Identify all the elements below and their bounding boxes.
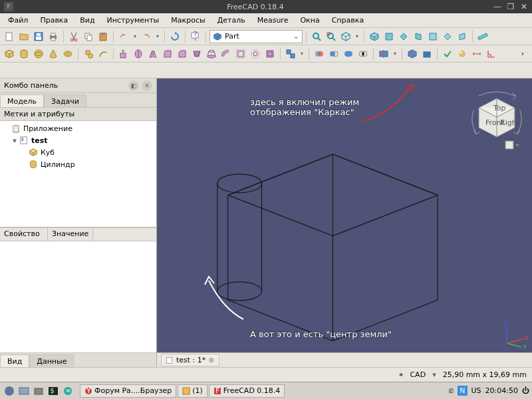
extrude-icon[interactable] <box>117 47 130 61</box>
mirror-icon[interactable] <box>146 47 160 61</box>
maximize-button[interactable]: ❐ <box>507 3 515 11</box>
redo-dropdown[interactable]: ▾ <box>154 30 161 43</box>
refresh-icon[interactable] <box>168 30 182 43</box>
thickness-icon[interactable] <box>263 47 277 61</box>
tray-lang[interactable]: US <box>471 386 481 395</box>
terminal-icon[interactable]: $ <box>47 384 60 398</box>
print-icon[interactable] <box>47 30 60 43</box>
offset2d-icon[interactable] <box>249 47 262 61</box>
3d-viewport[interactable]: здесь я включил режим отображения "Карка… <box>157 78 532 352</box>
draw-style-dropdown[interactable]: ▾ <box>354 30 360 43</box>
taskbar-browser[interactable]: YФорум Ра....Браузер <box>80 384 176 398</box>
undo-icon[interactable] <box>117 30 130 43</box>
view-left-icon[interactable] <box>456 30 469 43</box>
sphere-icon[interactable] <box>32 47 45 61</box>
cross-section-icon[interactable] <box>420 47 434 61</box>
loft-icon[interactable] <box>205 47 218 61</box>
tree-document[interactable]: ▾test <box>1 134 155 146</box>
taskbar-app2[interactable]: (1) <box>178 384 207 398</box>
shapebuilder-icon[interactable] <box>96 47 110 61</box>
close-tab-icon[interactable]: ⊗ <box>208 356 214 364</box>
view-rear-icon[interactable] <box>426 30 440 43</box>
tab-data[interactable]: Данные <box>29 354 74 367</box>
cone-icon[interactable] <box>47 47 60 61</box>
zoom-selection-icon[interactable] <box>325 30 338 43</box>
redo-icon[interactable] <box>140 30 153 43</box>
tab-view[interactable]: Вид <box>0 354 29 367</box>
tray-clock[interactable]: 20:04:50 <box>485 386 518 395</box>
view-front-icon[interactable] <box>382 30 396 43</box>
tray-network-icon[interactable]: N <box>458 386 467 396</box>
overflow-icon[interactable]: › <box>516 47 529 61</box>
menu-windows[interactable]: Окна <box>295 15 325 26</box>
chamfer-icon[interactable] <box>176 47 189 61</box>
sweep-icon[interactable] <box>219 47 233 61</box>
view-right-icon[interactable] <box>412 30 425 43</box>
whatsthis-icon[interactable]: ? <box>189 30 202 43</box>
fillet-icon[interactable] <box>161 47 174 61</box>
nav-mode-dropdown[interactable]: ▾ <box>432 370 436 379</box>
copy-icon[interactable] <box>82 30 95 43</box>
menu-edit[interactable]: Правка <box>35 15 73 26</box>
revolve-icon[interactable] <box>132 47 145 61</box>
offset3d-icon[interactable] <box>234 47 247 61</box>
draw-style-icon[interactable] <box>339 30 352 43</box>
view-top-icon[interactable] <box>397 30 410 43</box>
tree-item-cube[interactable]: Куб <box>1 146 155 158</box>
tree-app[interactable]: 📋Приложение <box>1 122 155 134</box>
measure-linear-icon[interactable] <box>470 47 483 61</box>
split-dropdown[interactable]: ▾ <box>392 47 398 61</box>
show-desktop-icon[interactable] <box>17 384 31 398</box>
arduino-icon[interactable]: ∞ <box>61 384 74 398</box>
cylinder-icon[interactable] <box>17 47 31 61</box>
menu-measure[interactable]: Measure <box>252 15 294 26</box>
open-file-icon[interactable] <box>17 30 31 43</box>
document-tab[interactable]: test : 1* ⊗ <box>161 354 219 366</box>
section-icon[interactable] <box>406 47 419 61</box>
workbench-selector[interactable]: Part ⌄ <box>209 30 303 43</box>
menu-file[interactable]: Файл <box>3 15 33 26</box>
intersect-icon[interactable] <box>356 47 370 61</box>
view-iso-icon[interactable] <box>368 30 381 43</box>
union-icon[interactable] <box>342 47 355 61</box>
navigation-cube[interactable]: Front Right Top <box>467 84 527 150</box>
status-locate-icon[interactable]: ⌖ <box>399 370 403 379</box>
menu-tools[interactable]: Инструменты <box>102 15 165 26</box>
save-file-icon[interactable] <box>32 30 45 43</box>
model-tree[interactable]: 📋Приложение ▾test Куб Цилиндр <box>0 121 156 227</box>
ruled-icon[interactable] <box>190 47 203 61</box>
appearance-icon[interactable] <box>456 47 469 61</box>
tray-filter-icon[interactable]: ⎚ <box>449 386 454 395</box>
tab-model[interactable]: Модель <box>0 94 44 107</box>
primitives-icon[interactable] <box>82 47 95 61</box>
view-bottom-icon[interactable] <box>441 30 454 43</box>
split-icon[interactable] <box>377 47 390 61</box>
close-button[interactable]: ✕ <box>520 3 528 11</box>
compound-dropdown[interactable]: ▾ <box>299 47 305 61</box>
zoom-fit-icon[interactable] <box>310 30 323 43</box>
files-icon[interactable] <box>32 384 45 398</box>
taskbar-freecad[interactable]: FFreeCAD 0.18.4 <box>209 384 285 398</box>
tab-tasks[interactable]: Задачи <box>44 94 86 107</box>
nav-mode[interactable]: CAD <box>410 370 426 379</box>
menu-macros[interactable]: Макросы <box>166 15 210 26</box>
panel-close-icon[interactable]: ✕ <box>142 80 152 91</box>
new-file-icon[interactable] <box>3 30 16 43</box>
menu-part[interactable]: Деталь <box>212 15 251 26</box>
check-icon[interactable] <box>441 47 454 61</box>
cut-icon[interactable] <box>67 30 80 43</box>
measure-icon[interactable] <box>476 30 489 43</box>
panel-float-icon[interactable]: ◧ <box>128 80 139 91</box>
tree-item-cylinder[interactable]: Цилиндр <box>1 158 155 170</box>
minimize-button[interactable]: — <box>493 3 501 11</box>
measure-angular-icon[interactable] <box>485 47 498 61</box>
menu-view[interactable]: Вид <box>74 15 100 26</box>
cut-bool-icon[interactable] <box>327 47 340 61</box>
start-menu-icon[interactable] <box>3 384 16 398</box>
paste-icon[interactable] <box>96 30 110 43</box>
boolean-icon[interactable] <box>313 47 326 61</box>
box-icon[interactable] <box>3 47 16 61</box>
torus-icon[interactable] <box>61 47 74 61</box>
tray-logout-icon[interactable]: ⏻ <box>522 386 529 395</box>
menu-help[interactable]: Справка <box>327 15 369 26</box>
